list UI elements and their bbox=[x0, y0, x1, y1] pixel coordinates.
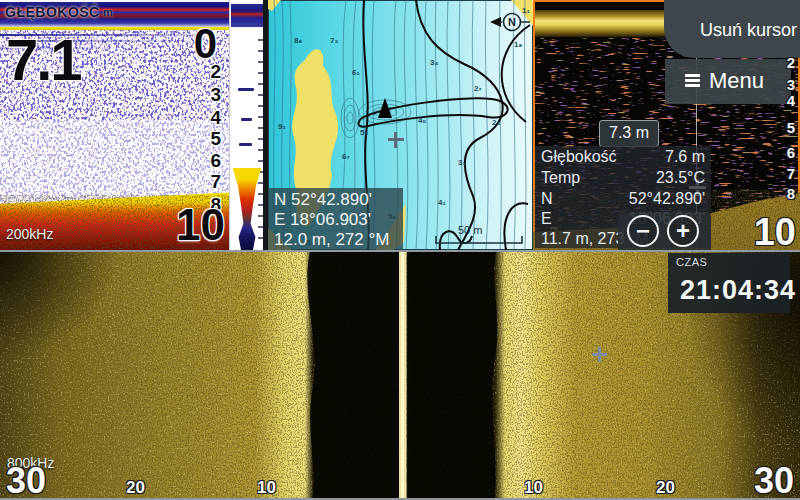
contour-label: 9₁ bbox=[278, 122, 286, 131]
range-tick: 20 bbox=[126, 478, 145, 498]
chart-panel[interactable]: 9₁ 8₈ 7₃ 6₁ 5₈ 6₇ 8₁ 4₅ 3₄ 2₇ 1₈ 2₄ 5₆ 3… bbox=[268, 0, 533, 250]
a-scope-column bbox=[229, 0, 263, 250]
structure-scale-tick: 6 bbox=[769, 144, 795, 161]
sonar-panel[interactable]: GŁĘBOKOŚĆ m 7.1 0 2 3 4 5 6 7 8 10 200kH… bbox=[0, 0, 263, 250]
remove-cursor-label: Usuń kursor bbox=[700, 20, 797, 41]
sonar-scale-tick: 7 bbox=[195, 171, 221, 193]
range-tick: 10 bbox=[257, 478, 276, 498]
time-value: 21:04:34 bbox=[680, 275, 796, 306]
time-overlay: CZAS 21:04:34 bbox=[668, 253, 790, 313]
sonar-scale-tick: 6 bbox=[195, 150, 221, 172]
structure-scale-tick: 5 bbox=[769, 119, 795, 136]
structure-scale-max: 10 bbox=[754, 211, 796, 250]
hamburger-icon bbox=[685, 74, 700, 87]
a-scope-surface-band bbox=[230, 3, 263, 28]
a-scope-echo bbox=[241, 118, 252, 121]
sidescan-shadow bbox=[0, 252, 120, 362]
range-tick: 20 bbox=[656, 478, 675, 498]
sonar-scale-tick: 2 bbox=[195, 61, 221, 83]
structure-scale-tick: 4 bbox=[769, 92, 795, 109]
time-label: CZAS bbox=[676, 256, 707, 268]
structure-panel-selected[interactable]: Usuń kursor Menu 7.3 m Głębokość 7.6 m T… bbox=[533, 0, 800, 250]
cursor-depth-badge: 7.3 m bbox=[599, 120, 659, 147]
readout-lat-value: 52°42.890' bbox=[629, 190, 705, 208]
contour-label: 1₈ bbox=[514, 40, 522, 49]
contour-label: 5₈ bbox=[360, 128, 368, 137]
range-tick: 10 bbox=[524, 478, 543, 498]
a-scope-echo bbox=[239, 143, 252, 146]
readout-lon-label: E bbox=[541, 210, 552, 227]
sidescan-cursor-icon bbox=[592, 347, 607, 362]
chart-longitude: E 18°06.903' bbox=[274, 210, 403, 230]
sonar-scale-max: 10 bbox=[176, 200, 225, 250]
chart-depth-course: 12.0 m, 272 °M bbox=[274, 230, 403, 250]
sonar-frequency-label: 200kHz bbox=[6, 226, 53, 242]
chart-latitude: N 52°42.890' bbox=[274, 190, 403, 210]
readout-depth-label: Głębokość bbox=[541, 148, 617, 165]
structure-scale-tick: 2 bbox=[769, 54, 795, 71]
sonar-scale-tick: 4 bbox=[195, 107, 221, 129]
north-letter: N bbox=[508, 16, 516, 28]
readout-temp-label: Temp bbox=[541, 169, 580, 186]
chart-position-overlay: N 52°42.890' E 18°06.903' 12.0 m, 272 °M bbox=[268, 188, 403, 250]
sonar-depth-header-label: GŁĘBOKOŚĆ bbox=[5, 4, 100, 20]
contour-label: 3₁ bbox=[458, 158, 466, 167]
north-indicator: N bbox=[490, 8, 532, 36]
sidescan-panel[interactable]: CZAS 21:04:34 800kHz 30 20 10 10 20 30 bbox=[0, 250, 800, 500]
a-scope-ticks bbox=[258, 30, 263, 245]
contour-label: 6₁ bbox=[352, 68, 360, 77]
sonar-depth-header-unit: m bbox=[103, 6, 113, 18]
zoom-in-button[interactable]: + bbox=[667, 215, 699, 247]
sonar-depth-readout: 7.1 bbox=[6, 26, 81, 93]
contour-label: 6₇ bbox=[342, 152, 350, 161]
contour-label: 7₃ bbox=[330, 36, 338, 45]
contour-label: 2₇ bbox=[474, 84, 482, 93]
chart-cursor-crosshair-icon bbox=[388, 132, 404, 148]
readout-temp-value: 23.5°C bbox=[656, 169, 705, 187]
structure-scale-tick: 8 bbox=[769, 185, 795, 202]
sonar-scale-tick: 3 bbox=[195, 84, 221, 106]
zoom-out-button[interactable]: − bbox=[627, 215, 659, 247]
menu-label: Menu bbox=[709, 68, 764, 94]
range-tick: 30 bbox=[6, 460, 46, 500]
contour-label: 3₄ bbox=[430, 58, 438, 67]
a-scope-echo bbox=[238, 88, 254, 91]
contour-label: 2₄ bbox=[492, 118, 500, 127]
remove-cursor-button[interactable]: Usuń kursor bbox=[664, 0, 800, 58]
contour-label: 4₁ bbox=[438, 198, 446, 207]
readout-depth-value: 7.6 m bbox=[665, 148, 705, 166]
contour-label: 8₈ bbox=[294, 36, 302, 45]
chart-scale-bar: 50 m bbox=[434, 224, 526, 246]
range-tick: 30 bbox=[754, 460, 794, 500]
sonar-scale-tick: 5 bbox=[195, 128, 221, 150]
structure-scale-tick: 3 bbox=[769, 76, 795, 93]
structure-scale-tick: 7 bbox=[769, 165, 795, 182]
chartplotter-screen: GŁĘBOKOŚĆ m 7.1 0 2 3 4 5 6 7 8 10 200kH… bbox=[0, 0, 800, 500]
readout-lat-label: N bbox=[541, 190, 553, 207]
contour-label: 4₅ bbox=[418, 116, 426, 125]
zoom-controls: − + bbox=[618, 212, 711, 250]
